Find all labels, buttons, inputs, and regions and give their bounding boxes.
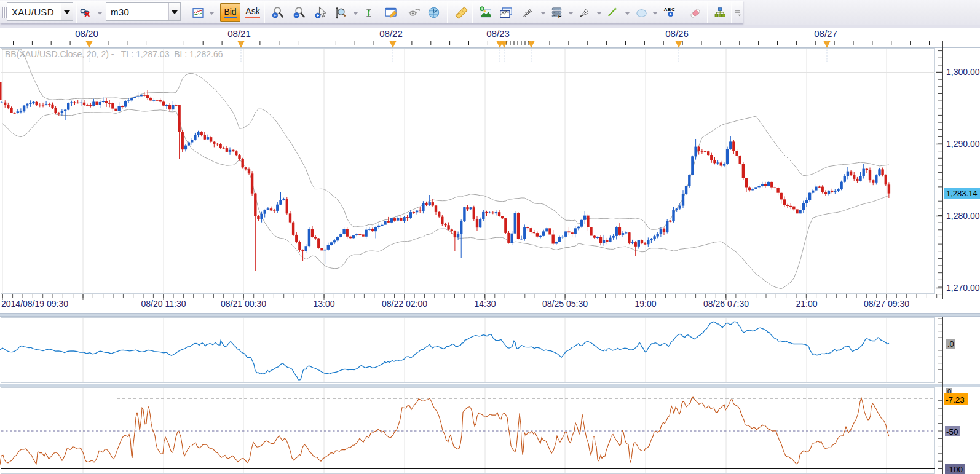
svg-text:08/23: 08/23 [486,28,510,39]
svg-text:-50: -50 [946,427,958,436]
svg-text:1,283.14: 1,283.14 [946,189,978,198]
svg-text:08/22 02:00: 08/22 02:00 [382,299,427,309]
svg-text:-100: -100 [946,465,963,474]
svg-text:08/21 00:30: 08/21 00:30 [221,299,266,309]
svg-text:08/27: 08/27 [814,28,837,39]
svg-text:08/26 07:30: 08/26 07:30 [703,299,749,309]
svg-text:08/26: 08/26 [665,28,689,39]
svg-text:2014/08/19 09:30: 2014/08/19 09:30 [1,299,68,309]
svg-text:08/22: 08/22 [379,28,403,39]
svg-text:08/21: 08/21 [227,28,251,39]
svg-text:1,290.00: 1,290.00 [946,139,980,149]
svg-text:08/20 11:30: 08/20 11:30 [141,299,186,309]
svg-text:-7.23: -7.23 [946,395,965,405]
svg-text:08/25 05:30: 08/25 05:30 [542,299,588,309]
svg-text:F: F [558,14,561,19]
svg-text:19:00: 19:00 [634,299,656,309]
svg-text:BB(XAU/USD.Close, 20, 2) - T: BB(XAU/USD.Close, 20, 2) - TL: 1,287.03 … [5,49,223,59]
svg-text:08/20: 08/20 [75,28,98,39]
svg-text:ABC: ABC [664,7,675,12]
svg-text:1,300.00: 1,300.00 [946,67,980,77]
svg-text:1,270.00: 1,270.00 [946,283,980,293]
svg-text:13:00: 13:00 [313,299,334,309]
svg-text:14:30: 14:30 [474,299,496,309]
svg-text:08/27 09:30: 08/27 09:30 [864,299,909,309]
svg-text:1,280.00: 1,280.00 [946,211,980,221]
svg-text:.0: .0 [947,339,954,349]
svg-text:21:00: 21:00 [796,299,817,309]
